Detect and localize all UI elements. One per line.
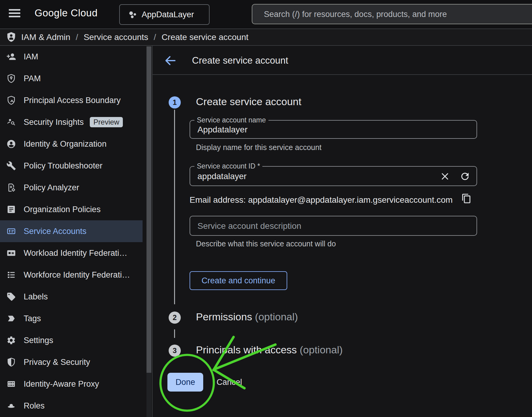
step2-heading: Permissions (optional) <box>196 311 298 323</box>
sidebar-item-pam[interactable]: PAM <box>0 68 143 89</box>
shield-person-icon <box>6 95 16 105</box>
tag-icon <box>6 292 16 302</box>
preview-badge: Preview <box>90 117 123 127</box>
sidebar-divider <box>152 46 153 417</box>
sidebar-item-principal-access-boundary[interactable]: Principal Access Boundary <box>0 89 143 111</box>
sidebar-item-iam[interactable]: IAM <box>0 46 143 68</box>
service-account-key-icon <box>6 226 16 236</box>
copy-email-icon[interactable] <box>461 193 472 205</box>
project-selector-button[interactable]: AppDataLayer <box>119 4 210 25</box>
step1-badge: 1 <box>169 96 181 108</box>
sidebar-item-label: Service Accounts <box>24 227 86 236</box>
proxy-icon <box>6 379 16 389</box>
shield-half-icon <box>6 357 16 367</box>
sidebar-item-identity-aware-proxy[interactable]: Identity-Aware Proxy <box>0 373 143 395</box>
sidebar-item-label: Identity-Aware Proxy <box>24 379 99 389</box>
sidebar-item-label: Security Insights <box>24 118 84 127</box>
breadcrumb-separator: / <box>154 32 156 42</box>
sidebar-item-label: Identity & Organization <box>24 139 106 149</box>
sidebar-item-privacy-security[interactable]: Privacy & Security <box>0 351 143 373</box>
refresh-id-icon[interactable] <box>460 171 470 183</box>
description-helper-text: Describe what this service account will … <box>196 239 336 248</box>
sidebar-item-label: Policy Analyzer <box>24 183 79 192</box>
sidebar-item-label: PAM <box>24 74 41 83</box>
sidebar-item-workload-identity-federati[interactable]: Workload Identity Federati… <box>0 242 143 264</box>
breadcrumb-service-accounts[interactable]: Service accounts <box>84 32 148 42</box>
back-arrow-icon[interactable] <box>164 54 177 67</box>
sidebar-item-label: Roles <box>24 401 45 411</box>
person-search-icon <box>6 117 16 127</box>
article-icon <box>6 204 16 215</box>
sidebar-item-identity-organization[interactable]: Identity & Organization <box>0 133 143 155</box>
person-add-icon <box>6 52 16 62</box>
document-gear-icon <box>6 182 16 193</box>
google-cloud-logo: Google Cloud <box>35 7 98 19</box>
search-input[interactable] <box>263 5 526 24</box>
sidebar-item-policy-analyzer[interactable]: Policy Analyzer <box>0 177 143 198</box>
page-title: Create service account <box>192 55 288 66</box>
top-bar: Google Cloud AppDataLayer <box>0 0 532 28</box>
wrench-icon <box>6 161 16 171</box>
iam-admin-shield-icon <box>6 31 16 44</box>
service-account-name-field[interactable]: Service account name <box>190 120 477 139</box>
id-card-icon <box>6 248 16 258</box>
create-and-continue-button[interactable]: Create and continue <box>190 271 287 290</box>
sidebar-item-label: Workload Identity Federati… <box>24 249 127 258</box>
gcp-console-page: Google Cloud AppDataLayer IAM & Admin / … <box>0 0 532 417</box>
sidebar-item-security-insights[interactable]: Security InsightsPreview <box>0 111 143 133</box>
header-divider <box>153 74 532 75</box>
sidebar-item-labels[interactable]: Labels <box>0 286 143 308</box>
breadcrumb-create-service-account: Create service account <box>162 32 248 42</box>
label-arrow-icon <box>6 313 16 324</box>
project-name: AppDataLayer <box>142 10 194 19</box>
sidebar-item-workforce-identity-federati[interactable]: Workforce Identity Federati… <box>0 264 143 286</box>
clear-id-icon[interactable] <box>439 171 450 183</box>
sidebar-item-label: Tags <box>24 314 41 323</box>
sidebar-item-label: Policy Troubleshooter <box>24 161 103 171</box>
sidebar-item-label: Organization Policies <box>24 205 101 214</box>
sidebar-scrollbar-thumb[interactable] <box>146 46 151 373</box>
name-helper-text: Display name for this service account <box>196 143 322 152</box>
service-account-id-field[interactable]: Service account ID * <box>190 166 477 186</box>
done-button[interactable]: Done <box>167 373 203 392</box>
step3-badge: 3 <box>169 345 181 357</box>
sidebar-item-service-accounts[interactable]: Service Accounts <box>0 220 143 242</box>
breadcrumb-separator: / <box>76 32 78 42</box>
email-address-text: Email address: appdatalayer@appdatalayer… <box>190 195 453 205</box>
shield-key-icon <box>6 73 16 84</box>
sidebar-item-tags[interactable]: Tags <box>0 308 143 329</box>
step2-badge: 2 <box>169 312 181 324</box>
service-account-id-input[interactable] <box>197 167 399 186</box>
sidebar-item-settings[interactable]: Settings <box>0 329 143 351</box>
sidebar-item-label: IAM <box>24 52 38 62</box>
step3-heading: Principals with access (optional) <box>196 344 343 356</box>
sidebar-item-policy-troubleshooter[interactable]: Policy Troubleshooter <box>0 155 143 177</box>
sidebar-item-roles[interactable]: Roles <box>0 395 143 417</box>
project-hexagons-icon <box>128 10 137 19</box>
stepper-connector <box>174 110 175 304</box>
sidebar-item-label: Workforce Identity Federati… <box>24 270 130 280</box>
service-account-description-field[interactable] <box>190 216 477 236</box>
list-icon <box>6 270 16 280</box>
service-account-name-input[interactable] <box>197 121 399 139</box>
stepper-connector <box>174 329 175 338</box>
step1-heading: Create service account <box>196 96 301 108</box>
sidebar-item-organization-policies[interactable]: Organization Policies <box>0 198 143 220</box>
account-circle-icon <box>6 139 16 149</box>
sidebar-item-label: Privacy & Security <box>24 358 90 367</box>
cancel-button[interactable]: Cancel <box>212 373 246 392</box>
iam-admin-sidebar: IAMPAMPrincipal Access BoundarySecurity … <box>0 46 143 417</box>
sidebar-item-label: Labels <box>24 292 48 302</box>
gear-icon <box>6 335 16 345</box>
menu-icon[interactable] <box>9 9 20 19</box>
sidebar-item-label: Principal Access Boundary <box>24 96 121 105</box>
search-bar[interactable] <box>252 4 532 24</box>
service-account-description-input[interactable] <box>197 216 399 236</box>
breadcrumb-iam-admin[interactable]: IAM & Admin <box>21 32 70 42</box>
hat-icon <box>6 401 16 411</box>
sidebar-item-label: Settings <box>24 336 53 345</box>
breadcrumb: IAM & Admin / Service accounts / Create … <box>0 28 532 46</box>
